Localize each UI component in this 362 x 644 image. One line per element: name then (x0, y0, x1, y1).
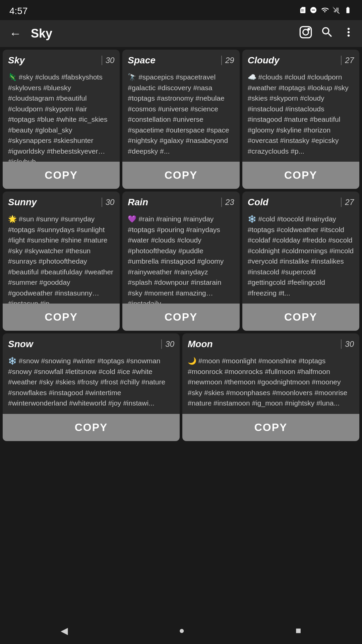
card-snow-divider (161, 339, 162, 349)
card-moon-title: Moon (188, 339, 338, 350)
card-sky-copy-button[interactable]: COPY (3, 162, 120, 189)
cards-grid-top: Sky 30 🦎 #sky #clouds #fabskyshots #skyl… (0, 47, 362, 333)
card-space-tags: 🔭 #spacepics #spacetravel #galactic #dis… (122, 69, 239, 162)
svg-point-2 (308, 28, 310, 30)
card-space-copy-button[interactable]: COPY (122, 162, 239, 189)
cards-grid-bottom: Snow 30 ❄️ #snow #snowing #winter #topta… (0, 333, 362, 444)
card-snow-header: Snow 30 (3, 333, 180, 353)
card-snow-tags: ❄️ #snow #snowing #winter #toptags #snow… (3, 353, 180, 414)
card-moon-count: 30 (345, 339, 354, 349)
card-rain: Rain 23 💜 #rain #raining #rainyday #topt… (122, 192, 239, 331)
rain-emoji: 💜 (128, 215, 138, 223)
moon-emoji: 🌙 (188, 357, 198, 365)
card-cold-title: Cold (248, 197, 338, 208)
card-cloudy-count: 27 (345, 56, 354, 65)
card-cold-header: Cold 27 (242, 192, 359, 211)
card-moon-divider (341, 339, 342, 349)
sky-emoji: 🦎 (8, 73, 19, 81)
card-space-header: Space 29 (122, 50, 239, 69)
back-button[interactable]: ← (7, 24, 24, 43)
wifi-icon (320, 6, 329, 16)
card-sky-title: Sky (8, 55, 98, 66)
card-moon-header: Moon 30 (182, 333, 359, 353)
card-cold-tags: ❄️ #cold #toocold #rainyday #toptags #co… (242, 211, 359, 304)
card-sunny-count: 30 (106, 198, 115, 207)
card-moon-copy-button[interactable]: COPY (182, 414, 359, 441)
card-cloudy-tags: ☁️ #clouds #cloud #cloudporn #weather #t… (242, 69, 359, 162)
app-bar-actions (299, 25, 355, 42)
nav-back-button[interactable]: ◀ (61, 625, 68, 636)
status-time: 4:57 (9, 6, 28, 16)
cloudy-emoji: ☁️ (248, 73, 258, 81)
card-moon: Moon 30 🌙 #moon #moonlight #moonshine #t… (182, 333, 359, 441)
do-not-disturb-icon (310, 6, 317, 16)
nav-recent-button[interactable]: ■ (296, 625, 301, 636)
card-space-title: Space (128, 55, 218, 66)
battery-icon (343, 6, 353, 16)
app-bar: ← Sky (0, 20, 362, 47)
card-cloudy: Cloudy 27 ☁️ #clouds #cloud #cloudporn #… (242, 50, 359, 189)
card-sky-count: 30 (106, 56, 115, 65)
card-snow-count: 30 (165, 339, 174, 349)
card-cold-count: 27 (345, 198, 354, 207)
card-rain-title: Rain (128, 197, 218, 208)
space-emoji: 🔭 (128, 73, 138, 81)
card-space-count: 29 (225, 56, 234, 65)
sim-card-icon (299, 6, 306, 16)
card-sky-divider (102, 56, 102, 65)
card-rain-divider (221, 198, 222, 207)
card-space: Space 29 🔭 #spacepics #spacetravel #gala… (122, 50, 239, 189)
status-bar: 4:57 (0, 0, 362, 20)
card-sky-tags: 🦎 #sky #clouds #fabskyshots #skylovers #… (3, 69, 120, 162)
nav-home-button[interactable]: ● (179, 625, 185, 636)
card-cold-copy-button[interactable]: COPY (242, 304, 359, 331)
bottom-navigation: ◀ ● ■ (0, 617, 362, 644)
card-rain-header: Rain 23 (122, 192, 239, 211)
card-sky: Sky 30 🦎 #sky #clouds #fabskyshots #skyl… (3, 50, 120, 189)
card-cold-divider (341, 198, 342, 207)
main-content: Sky 30 🦎 #sky #clouds #fabskyshots #skyl… (0, 47, 362, 473)
signal-icon (333, 6, 340, 16)
card-snow-title: Snow (8, 339, 158, 350)
card-sunny-tags: 🌟 #sun #sunny #sunnyday #toptags #sunnyd… (3, 211, 120, 304)
card-rain-count: 23 (225, 198, 234, 207)
instagram-icon[interactable] (299, 25, 312, 42)
search-icon[interactable] (320, 25, 334, 42)
more-options-icon[interactable] (342, 25, 355, 42)
snow-emoji: ❄️ (8, 357, 19, 365)
page-title: Sky (31, 26, 292, 41)
card-cloudy-copy-button[interactable]: COPY (242, 162, 359, 189)
card-cloudy-divider (341, 56, 342, 65)
card-rain-tags: 💜 #rain #raining #rainyday #toptags #pou… (122, 211, 239, 304)
card-sunny-header: Sunny 30 (3, 192, 120, 211)
sunny-emoji: 🌟 (8, 215, 19, 223)
card-snow: Snow 30 ❄️ #snow #snowing #winter #topta… (3, 333, 180, 441)
card-sunny-divider (102, 198, 102, 207)
status-icons (299, 6, 353, 16)
card-sky-header: Sky 30 (3, 50, 120, 69)
card-rain-copy-button[interactable]: COPY (122, 304, 239, 331)
card-cloudy-header: Cloudy 27 (242, 50, 359, 69)
card-cloudy-title: Cloudy (248, 55, 338, 66)
card-snow-copy-button[interactable]: COPY (3, 414, 180, 441)
svg-point-1 (303, 30, 309, 35)
card-space-divider (221, 56, 222, 65)
cold-emoji: ❄️ (248, 215, 258, 223)
card-moon-tags: 🌙 #moon #moonlight #moonshine #toptags #… (182, 353, 359, 414)
card-sunny-copy-button[interactable]: COPY (3, 304, 120, 331)
card-sunny-title: Sunny (8, 197, 98, 208)
card-cold: Cold 27 ❄️ #cold #toocold #rainyday #top… (242, 192, 359, 331)
card-sunny: Sunny 30 🌟 #sun #sunny #sunnyday #toptag… (3, 192, 120, 331)
